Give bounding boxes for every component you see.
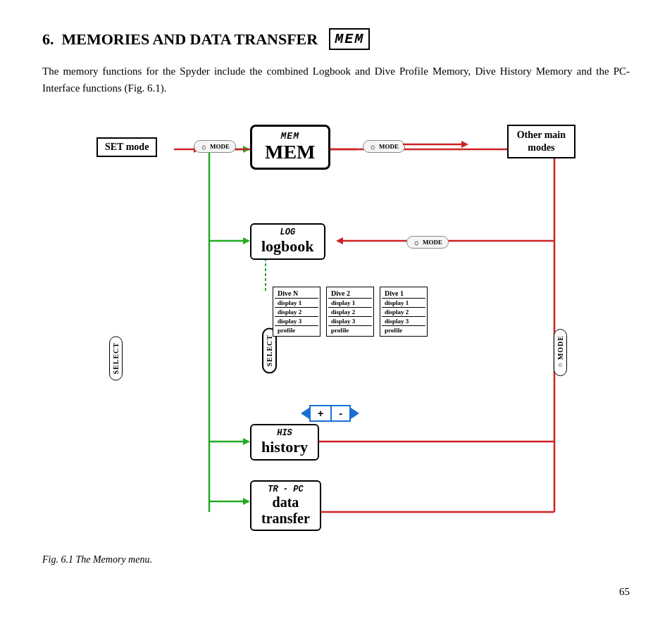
plus-minus-row: + - — [301, 405, 359, 422]
dive-1-row1: display 1 — [382, 299, 425, 307]
sun-icon-1: ☼ — [200, 142, 207, 151]
mem-main-box: MEM MEM — [250, 125, 330, 170]
svg-marker-8 — [243, 498, 250, 505]
mem-lcd: MEM — [265, 131, 316, 142]
history-lcd: HIS — [261, 428, 308, 438]
mode-btn-2[interactable]: ☼ MODE — [363, 140, 405, 153]
select-oval-left[interactable]: SELECT — [109, 336, 123, 380]
dive-2-row4: profile — [328, 325, 372, 334]
dive-columns: Dive N display 1 display 2 display 3 pro… — [273, 287, 428, 337]
dive-1-row2: display 2 — [382, 307, 425, 316]
dive-n-row3: display 3 — [275, 316, 318, 325]
page-number: 65 — [619, 586, 630, 598]
svg-marker-6 — [243, 438, 250, 445]
history-box: HIS history — [250, 424, 319, 461]
dive-n-header: Dive N — [275, 289, 318, 299]
arrow-right-icon — [351, 408, 359, 419]
diagram-container: SET mode ☼ MODE ☼ MODE Other main modes … — [89, 118, 583, 540]
dive-2-header: Dive 2 — [328, 289, 372, 299]
history-big: history — [261, 438, 308, 456]
dive-n-row1: display 1 — [275, 299, 318, 307]
dive-n-col: Dive N display 1 display 2 display 3 pro… — [273, 287, 321, 337]
logbook-lcd: LOG — [261, 227, 314, 237]
dive-2-row3: display 3 — [328, 316, 372, 325]
mem-lcd-title: MEM — [329, 28, 370, 50]
plus-button[interactable]: + — [309, 405, 332, 422]
dive-1-row4: profile — [382, 325, 425, 334]
svg-marker-16 — [336, 237, 343, 244]
dive-1-col: Dive 1 display 1 display 2 display 3 pro… — [380, 287, 428, 337]
fig-caption: Fig. 6.1 The Memory menu. — [42, 554, 630, 565]
logbook-box: LOG logbook — [250, 223, 325, 260]
other-modes-box: Other main modes — [507, 125, 575, 158]
minus-button[interactable]: - — [332, 405, 351, 422]
page-header: 6. MEMORIES AND DATA TRANSFER MEM — [42, 28, 630, 50]
page-title: 6. MEMORIES AND DATA TRANSFER — [42, 30, 318, 49]
dive-2-col: Dive 2 display 1 display 2 display 3 pro… — [326, 287, 374, 337]
sun-icon-mode-right: ☼ — [556, 361, 564, 370]
dive-2-row1: display 1 — [328, 299, 372, 307]
datatransfer-lcd: TR - PC — [261, 484, 310, 494]
logbook-big: logbook — [261, 237, 314, 256]
arrow-left-icon — [301, 408, 309, 419]
dive-1-row3: display 3 — [382, 316, 425, 325]
datatransfer-box: TR - PC data transfer — [250, 480, 321, 531]
svg-marker-4 — [243, 237, 250, 244]
dive-2-row2: display 2 — [328, 307, 372, 316]
dive-1-header: Dive 1 — [382, 289, 425, 299]
sun-icon-2: ☼ — [369, 142, 376, 151]
set-mode-box: SET mode — [97, 137, 157, 157]
svg-marker-21 — [461, 141, 468, 148]
sun-icon-3: ☼ — [413, 238, 420, 246]
datatransfer-big2: transfer — [261, 511, 310, 527]
mem-big: MEM — [265, 142, 316, 163]
dive-n-row2: display 2 — [275, 307, 318, 316]
mode-oval-right[interactable]: ☼ MODE — [554, 329, 567, 376]
page-intro: The memory functions for the Spyder incl… — [42, 63, 630, 96]
dive-n-row4: profile — [275, 325, 318, 334]
datatransfer-big1: data — [261, 494, 310, 511]
mode-btn-1[interactable]: ☼ MODE — [194, 140, 236, 153]
svg-marker-2 — [243, 146, 250, 153]
mode-btn-logbook[interactable]: ☼ MODE — [406, 236, 449, 249]
